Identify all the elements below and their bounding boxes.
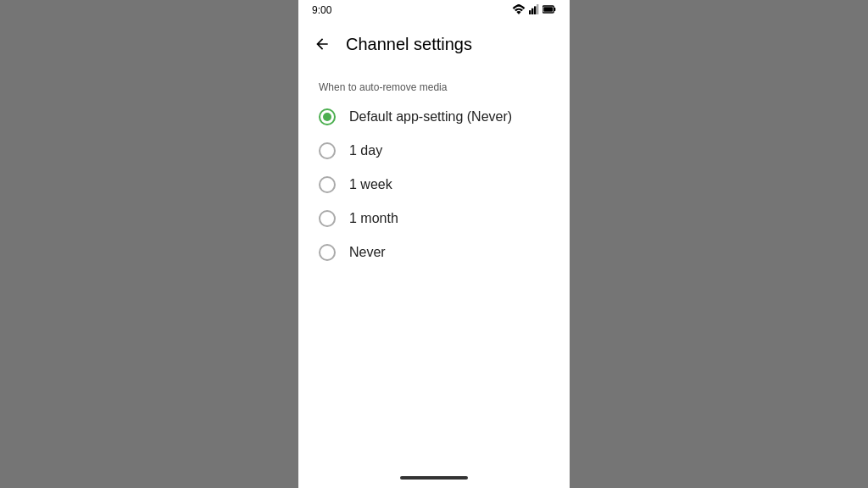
radio-1day[interactable]: [319, 142, 336, 159]
toolbar-title: Channel settings: [346, 35, 472, 54]
battery-icon: [542, 4, 556, 17]
status-time: 9:00: [312, 4, 331, 16]
svg-rect-6: [543, 7, 553, 11]
back-button[interactable]: [312, 34, 332, 54]
home-indicator: [400, 476, 468, 480]
option-default[interactable]: Default app-setting (Never): [298, 100, 570, 134]
content-area: When to auto-remove media Default app-se…: [298, 68, 570, 468]
signal-icon: [529, 4, 539, 17]
option-never[interactable]: Never: [298, 236, 570, 269]
option-1week[interactable]: 1 week: [298, 168, 570, 202]
radio-default[interactable]: [319, 108, 336, 125]
toolbar: Channel settings: [298, 20, 570, 68]
status-icons: [512, 4, 556, 17]
svg-rect-5: [554, 8, 555, 11]
option-1month-label: 1 month: [349, 211, 398, 226]
radio-never[interactable]: [319, 244, 336, 261]
option-default-label: Default app-setting (Never): [349, 109, 512, 125]
svg-rect-2: [534, 6, 536, 14]
radio-1month[interactable]: [319, 210, 336, 227]
wifi-icon: [512, 4, 526, 17]
section-label: When to auto-remove media: [298, 75, 570, 100]
option-1week-label: 1 week: [349, 177, 392, 192]
option-1day-label: 1 day: [349, 143, 382, 158]
bottom-bar: [298, 468, 570, 488]
phone-screen: 9:00: [298, 0, 570, 488]
svg-rect-3: [537, 4, 538, 14]
option-never-label: Never: [349, 245, 386, 260]
option-1month[interactable]: 1 month: [298, 202, 570, 236]
option-1day[interactable]: 1 day: [298, 134, 570, 168]
svg-rect-0: [529, 10, 531, 14]
radio-1week[interactable]: [319, 176, 336, 193]
status-bar: 9:00: [298, 0, 570, 20]
svg-rect-1: [531, 8, 533, 14]
